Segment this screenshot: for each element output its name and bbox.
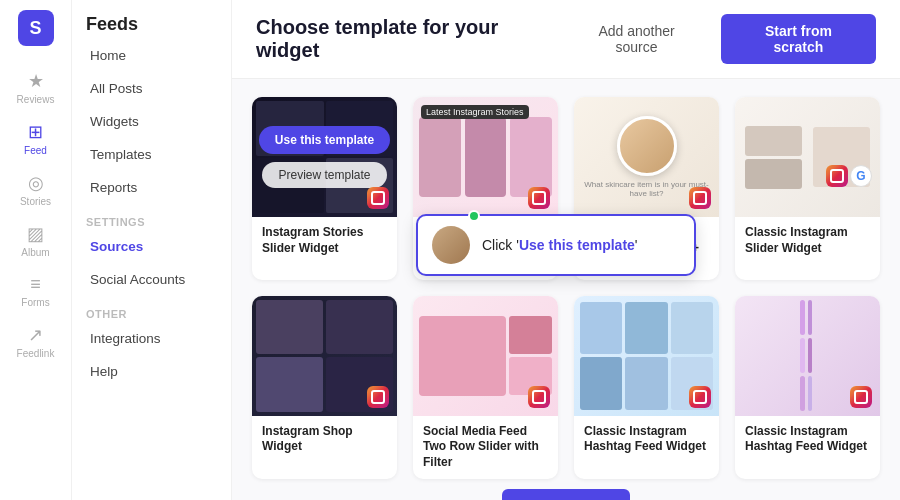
- instagram-icon-2: [689, 187, 711, 209]
- menu-item-sources[interactable]: Sources: [76, 231, 227, 262]
- platform-badge-6: [689, 386, 711, 408]
- page-title: Choose template for your widget: [256, 16, 564, 62]
- instagram-icon-7: [850, 386, 872, 408]
- shop-main-img: [419, 316, 506, 396]
- social-accounts-label: Social Accounts: [90, 272, 185, 287]
- platform-badges-3: G: [826, 165, 872, 187]
- story-item: [510, 117, 552, 197]
- main-content: Choose template for your widget Add anot…: [232, 0, 900, 500]
- hashtag-item: [808, 300, 813, 335]
- two-row-1: [580, 302, 713, 355]
- load-more-button[interactable]: Load more: [502, 489, 630, 500]
- all-posts-label: All Posts: [90, 81, 143, 96]
- home-label: Home: [90, 48, 126, 63]
- app-logo[interactable]: S: [18, 10, 54, 46]
- card-title-1: Instagram Stories And Posts Popup Widget: [423, 225, 548, 272]
- template-card-0[interactable]: Use this template Preview template Insta…: [252, 97, 397, 280]
- reports-label: Reports: [90, 180, 137, 195]
- card-footer-2: Premium UGC Widget: Instagram + Google r…: [574, 217, 719, 280]
- card-footer-7: Classic Instagram Hashtag Feed Widget: [735, 416, 880, 463]
- settings-section-label: Settings: [72, 204, 231, 230]
- circular-thumb: [617, 116, 677, 176]
- template-card-1[interactable]: Latest Instagram Stories Instagram Stori…: [413, 97, 558, 280]
- instagram-icon-0: [367, 187, 389, 209]
- sources-label: Sources: [90, 239, 143, 254]
- instagram-icon-3: [826, 165, 848, 187]
- platform-badge-5: [528, 386, 550, 408]
- template-card-6[interactable]: Classic Instagram Hashtag Feed Widget: [574, 296, 719, 479]
- sidebar-item-feedlink[interactable]: ↗ Feedlink: [0, 316, 71, 367]
- content-area: Click 'Use this template': [232, 79, 900, 500]
- hashtag-item: [808, 376, 813, 411]
- sidebar-narrow: S ★ Reviews ⊞ Feed ◎ Stories ▨ Album ≡ F…: [0, 0, 72, 500]
- story-item: [419, 117, 461, 197]
- thumb-cell: [326, 300, 393, 355]
- sidebar-item-stories-label: Stories: [20, 196, 51, 207]
- header-actions: Add another source Start from scratch: [564, 14, 876, 64]
- sidebar-item-feedlink-label: Feedlink: [17, 348, 55, 359]
- sidebar-item-forms-label: Forms: [21, 297, 49, 308]
- menu-item-help[interactable]: Help: [76, 356, 227, 387]
- template-card-5[interactable]: Social Media Feed Two Row Slider with Fi…: [413, 296, 558, 479]
- widgets-label: Widgets: [90, 114, 139, 129]
- load-more-bar: Load more: [252, 479, 880, 500]
- google-icon-3: G: [850, 165, 872, 187]
- card-title-3: Classic Instagram Slider Widget: [745, 225, 870, 256]
- template-card-2[interactable]: What skincare item is in your must-have …: [574, 97, 719, 280]
- template-card-7[interactable]: Classic Instagram Hashtag Feed Widget: [735, 296, 880, 479]
- add-source-button[interactable]: Add another source: [564, 15, 709, 63]
- instagram-icon-1: [528, 187, 550, 209]
- card-title-7: Classic Instagram Hashtag Feed Widget: [745, 424, 870, 455]
- hashtag-item: [800, 376, 805, 411]
- menu-item-reports[interactable]: Reports: [76, 172, 227, 203]
- menu-item-social-accounts[interactable]: Social Accounts: [76, 264, 227, 295]
- card-thumb-5: [413, 296, 558, 416]
- row-item: [625, 302, 667, 355]
- start-from-scratch-button[interactable]: Start from scratch: [721, 14, 876, 64]
- latest-label: Latest Instagram Stories: [421, 105, 529, 119]
- card-title-6: Classic Instagram Hashtag Feed Widget: [584, 424, 709, 455]
- sidebar-item-forms[interactable]: ≡ Forms: [0, 266, 71, 316]
- menu-item-widgets[interactable]: Widgets: [76, 106, 227, 137]
- app-container: S ★ Reviews ⊞ Feed ◎ Stories ▨ Album ≡ F…: [0, 0, 900, 500]
- menu-item-home[interactable]: Home: [76, 40, 227, 71]
- preview-template-button-0[interactable]: Preview template: [262, 162, 386, 188]
- thumb-cell: [256, 357, 323, 412]
- ugc-item: [745, 159, 802, 189]
- card-thumb-3: G: [735, 97, 880, 217]
- menu-item-all-posts[interactable]: All Posts: [76, 73, 227, 104]
- feeds-label: Feeds: [72, 0, 231, 39]
- help-label: Help: [90, 364, 118, 379]
- instagram-icon-6: [689, 386, 711, 408]
- other-section-label: Other: [72, 296, 231, 322]
- hashtag-item: [800, 338, 805, 373]
- row-item: [625, 357, 667, 410]
- feed-icon: ⊞: [28, 121, 43, 143]
- platform-badge-2: [689, 187, 711, 209]
- templates-grid: Use this template Preview template Insta…: [252, 97, 880, 479]
- menu-item-integrations[interactable]: Integrations: [76, 323, 227, 354]
- feedlink-icon: ↗: [28, 324, 43, 346]
- card-title-5: Social Media Feed Two Row Slider with Fi…: [423, 424, 548, 471]
- sidebar-item-album[interactable]: ▨ Album: [0, 215, 71, 266]
- sidebar-item-reviews[interactable]: ★ Reviews: [0, 62, 71, 113]
- menu-item-templates[interactable]: Templates: [76, 139, 227, 170]
- template-card-4[interactable]: Instagram Shop Widget: [252, 296, 397, 479]
- card-footer-4: Instagram Shop Widget: [252, 416, 397, 463]
- sidebar-item-stories[interactable]: ◎ Stories: [0, 164, 71, 215]
- card-thumb-0: Use this template Preview template: [252, 97, 397, 217]
- thumb-cell: [256, 300, 323, 355]
- stories-icon: ◎: [28, 172, 44, 194]
- platform-badge-1: [528, 187, 550, 209]
- row-item: [671, 302, 713, 355]
- template-card-3[interactable]: G Classic Instagram Slider Widget: [735, 97, 880, 280]
- card-footer-5: Social Media Feed Two Row Slider with Fi…: [413, 416, 558, 479]
- card-footer-3: Classic Instagram Slider Widget: [735, 217, 880, 264]
- sidebar-item-feed[interactable]: ⊞ Feed: [0, 113, 71, 164]
- sidebar-item-feed-label: Feed: [24, 145, 47, 156]
- card-thumb-4: [252, 296, 397, 416]
- instagram-icon-5: [528, 386, 550, 408]
- use-template-button-0[interactable]: Use this template: [259, 126, 390, 154]
- ugc-col-1: [741, 120, 806, 195]
- platform-badge-0: [367, 187, 389, 209]
